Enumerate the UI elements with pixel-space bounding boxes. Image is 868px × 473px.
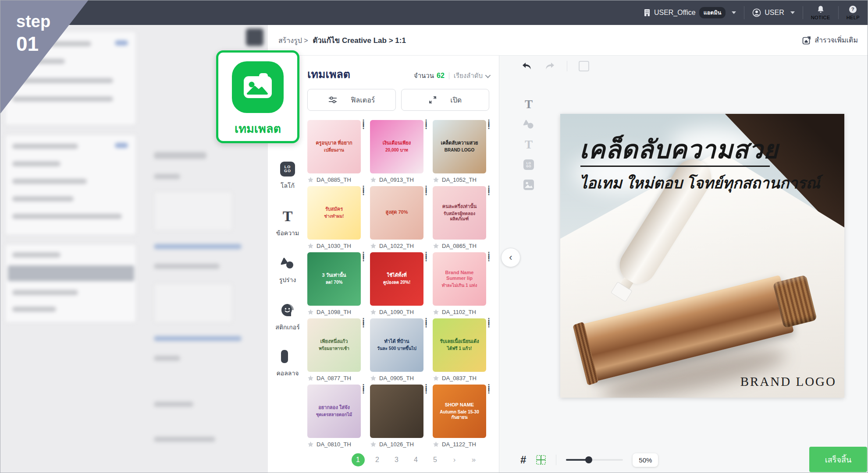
kebab-menu-icon[interactable]: ⋮⋮⋮: [486, 121, 491, 128]
star-icon[interactable]: [433, 243, 439, 249]
template-thumbnail[interactable]: รับเลยเนื้อเนียนเด้ง ได้ฟรี 1 แก้ว!: [433, 318, 486, 372]
layer-image-icon[interactable]: [522, 178, 535, 191]
template-thumbnail[interactable]: ทำได้ ที่บ้าน วันละ 500 บาทขึ้นไป: [370, 318, 423, 372]
chevron-down-icon[interactable]: [485, 72, 491, 78]
panel-header: เทมเพลต จำนวน 62 เรียงลำดับ: [307, 65, 489, 83]
kebab-menu-icon[interactable]: ⋮⋮⋮: [486, 253, 491, 260]
layer-shape-icon[interactable]: [522, 118, 535, 131]
user-menu[interactable]: USER: [752, 8, 794, 17]
help-button[interactable]: ? HELP: [847, 5, 860, 20]
template-thumbnail[interactable]: [370, 385, 423, 438]
template-highlight-card[interactable]: เทมเพลต: [216, 50, 299, 143]
kebab-menu-icon[interactable]: ⋮⋮⋮: [360, 319, 366, 326]
org-switcher[interactable]: USER_Office แอดมิน: [644, 7, 736, 18]
page-1[interactable]: 1: [352, 453, 365, 466]
star-icon[interactable]: [370, 243, 377, 249]
page-4[interactable]: 4: [409, 453, 423, 466]
sort-dropdown[interactable]: เรียงลำดับ: [454, 71, 483, 81]
star-icon[interactable]: [433, 176, 439, 183]
star-icon[interactable]: [370, 309, 377, 315]
redo-icon[interactable]: [544, 61, 555, 71]
sidebar-item-sticker[interactable]: สติกเกอร์: [268, 302, 307, 332]
last-page-button[interactable]: »: [467, 453, 480, 466]
undo-icon[interactable]: [521, 61, 533, 71]
star-icon[interactable]: [307, 375, 314, 381]
next-page-button[interactable]: ›: [448, 453, 461, 466]
template-cell: 3 วันเท่านั้น ลด! 70% ⋮⋮⋮ DA_1098_TH: [307, 252, 366, 317]
done-button[interactable]: เสร็จสิ้น: [809, 447, 867, 472]
star-icon[interactable]: [307, 176, 314, 183]
home-export-icon: [802, 36, 811, 45]
grid-toggle-icon[interactable]: #: [520, 454, 526, 466]
template-meta-row: DA_0837_TH: [433, 373, 492, 383]
zoom-slider[interactable]: [566, 459, 623, 461]
template-thumbnail[interactable]: เงินเดือนเพียง 20,000 บาท: [370, 120, 423, 173]
divider: [567, 61, 567, 71]
design-artboard[interactable]: เคล็ดลับความสวย ไอเทม ใหม่ตอบ โจทย์ทุกสถ…: [560, 114, 844, 398]
kebab-menu-icon[interactable]: ⋮⋮⋮: [423, 319, 428, 326]
artboard-subline[interactable]: ไอเทม ใหม่ตอบ โจทย์ทุกสถานการณ์: [580, 171, 820, 195]
logo-icon: LOGO: [279, 161, 296, 177]
artboard-headline[interactable]: เคล็ดลับความสวย: [580, 130, 825, 169]
pagination: 1 2 3 4 5 › »: [307, 453, 494, 466]
star-icon[interactable]: [307, 243, 314, 249]
kebab-menu-icon[interactable]: ⋮⋮⋮: [360, 121, 366, 128]
open-label: เปิด: [450, 95, 462, 106]
page-5[interactable]: 5: [429, 453, 442, 466]
zoom-slider-knob[interactable]: [585, 456, 592, 463]
breadcrumb-prefix[interactable]: สร้างรูป >: [278, 37, 308, 44]
open-button[interactable]: เปิด: [401, 89, 490, 111]
green-grid-icon[interactable]: [536, 455, 546, 465]
star-icon[interactable]: [433, 375, 439, 381]
template-cell: Brand Name Summer lip ทำละไม่เกิน 1 แท่ง…: [433, 252, 492, 317]
building-icon: [644, 9, 651, 17]
kebab-menu-icon[interactable]: ⋮⋮⋮: [423, 187, 428, 194]
template-thumbnail[interactable]: สูงสุด 70%: [370, 186, 423, 240]
kebab-menu-icon[interactable]: ⋮⋮⋮: [360, 253, 366, 260]
kebab-menu-icon[interactable]: ⋮⋮⋮: [360, 187, 366, 194]
kebab-menu-icon[interactable]: ⋮⋮⋮: [423, 121, 428, 128]
star-icon[interactable]: [433, 441, 439, 448]
sidebar-item-collage[interactable]: คอลลาจ: [268, 348, 307, 378]
template-cell: เพียงหนึ่งแก้ว พร้อมอาหารเช้า ⋮⋮⋮ DA_087…: [307, 318, 366, 383]
star-icon[interactable]: [370, 176, 377, 183]
help-label: HELP: [847, 15, 860, 20]
artboard-brand-logo[interactable]: BRAND LOGO: [740, 374, 836, 389]
layer-text-icon[interactable]: T: [522, 138, 535, 151]
kebab-menu-icon[interactable]: ⋮⋮⋮: [486, 385, 491, 392]
template-thumbnail[interactable]: เคล็ดลับความสวย BRAND LOGO: [433, 120, 486, 173]
template-thumbnail[interactable]: เพียงหนึ่งแก้ว พร้อมอาหารเช้า: [307, 318, 361, 372]
collapse-panel-button[interactable]: ‹: [501, 248, 520, 267]
notice-button[interactable]: NOTICE: [811, 5, 830, 20]
sidebar-item-shapes[interactable]: รูปร่าง: [268, 255, 307, 285]
sidebar-item-logo[interactable]: LOGO โลโก้: [268, 161, 307, 191]
template-thumbnail[interactable]: SHOP NAME Autumn Sale 15-30 กันยายน: [433, 385, 486, 438]
star-icon[interactable]: [433, 309, 439, 315]
layer-text-icon[interactable]: T: [522, 98, 535, 111]
page-2[interactable]: 2: [371, 453, 384, 466]
star-icon[interactable]: [307, 309, 314, 315]
layer-logo-icon[interactable]: LOGO: [522, 158, 535, 171]
kebab-menu-icon[interactable]: ⋮⋮⋮: [423, 385, 428, 392]
template-thumbnail[interactable]: อยากลอง ใส่จัง ชุดเดรสลายดอกไม้: [307, 385, 361, 438]
svg-text:?: ?: [851, 7, 854, 12]
template-thumbnail[interactable]: คนละครึ่งเท่านั้น รับสมัครผู้ทดลองผลิตภั…: [433, 186, 486, 240]
template-thumbnail[interactable]: รับสมัคร ช่างทำผม!: [307, 186, 361, 240]
page-3[interactable]: 3: [390, 453, 403, 466]
select-all-checkbox[interactable]: [579, 61, 589, 71]
template-meta-row: DA_1122_TH: [433, 439, 492, 449]
star-icon[interactable]: [370, 375, 377, 381]
star-icon[interactable]: [307, 441, 314, 448]
star-icon[interactable]: [370, 441, 377, 448]
kebab-menu-icon[interactable]: ⋮⋮⋮: [360, 385, 366, 392]
kebab-menu-icon[interactable]: ⋮⋮⋮: [486, 319, 491, 326]
kebab-menu-icon[interactable]: ⋮⋮⋮: [423, 253, 428, 260]
template-thumbnail[interactable]: 3 วันเท่านั้น ลด! 70%: [307, 252, 361, 306]
sidebar-item-text[interactable]: T ข้อความ: [268, 208, 307, 238]
template-thumbnail[interactable]: ครูอนุบาล ที่อยาก เปลี่ยนงาน: [307, 120, 361, 173]
kebab-menu-icon[interactable]: ⋮⋮⋮: [486, 187, 491, 194]
filter-button[interactable]: ฟิลเตอร์: [307, 89, 396, 111]
template-thumbnail[interactable]: Brand Name Summer lip ทำละไม่เกิน 1 แท่ง: [433, 252, 486, 306]
explore-more-button[interactable]: สำรวจเพิ่มเติม: [802, 35, 858, 46]
template-thumbnail[interactable]: ใช้ได้ทั้งที่ คูปองลด 20%!: [370, 252, 423, 306]
